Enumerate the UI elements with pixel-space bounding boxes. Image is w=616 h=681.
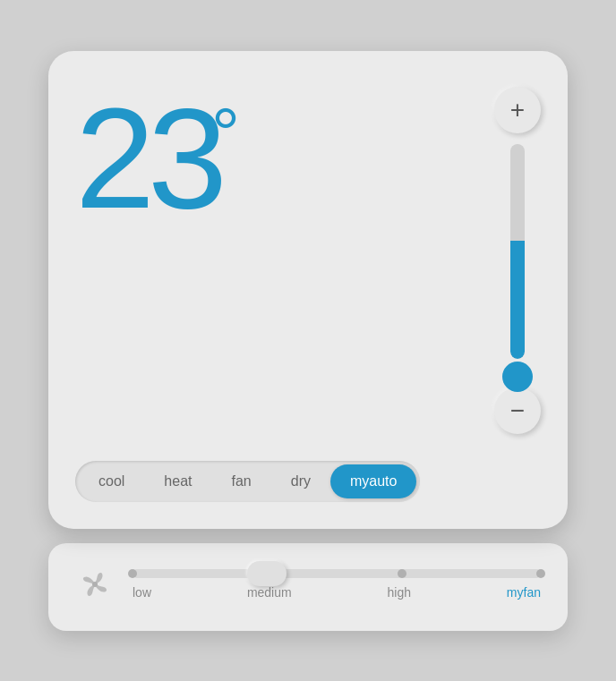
controls-right: + − bbox=[494, 78, 541, 434]
thermometer-bulb bbox=[502, 362, 533, 392]
thermometer-fill bbox=[510, 241, 525, 359]
mode-btn-heat[interactable]: heat bbox=[144, 464, 211, 498]
thermostat-panel: 23° + − cool heat fan dry myauto bbox=[48, 51, 568, 529]
svg-point-0 bbox=[92, 582, 98, 587]
slider-labels: low medium high myfan bbox=[133, 585, 541, 600]
thermometer-track bbox=[510, 144, 525, 359]
mode-btn-myauto[interactable]: myauto bbox=[330, 464, 416, 498]
fan-slider-container: low medium high myfan bbox=[133, 569, 541, 600]
mode-btn-dry[interactable]: dry bbox=[271, 464, 330, 498]
slider-track bbox=[133, 569, 541, 578]
increase-temp-button[interactable]: + bbox=[494, 87, 541, 133]
thermometer bbox=[505, 144, 530, 377]
slider-label-high: high bbox=[388, 585, 411, 600]
slider-label-myfan: myfan bbox=[507, 585, 541, 600]
slider-dot-low bbox=[128, 569, 137, 578]
fan-row: low medium high myfan bbox=[75, 565, 541, 604]
slider-label-medium: medium bbox=[247, 585, 292, 600]
fan-panel: low medium high myfan bbox=[48, 543, 568, 631]
temperature-display: 23° bbox=[75, 78, 233, 230]
slider-thumb[interactable] bbox=[247, 561, 287, 586]
mode-btn-fan[interactable]: fan bbox=[212, 464, 271, 498]
thermostat-main-row: 23° + − bbox=[75, 78, 541, 434]
degree-symbol: ° bbox=[211, 94, 233, 174]
slider-dot-high bbox=[398, 569, 406, 578]
slider-dot-myfan bbox=[536, 569, 545, 578]
mode-bar: cool heat fan dry myauto bbox=[75, 461, 420, 502]
decrease-temp-button[interactable]: − bbox=[494, 387, 541, 434]
slider-label-low: low bbox=[133, 585, 151, 600]
fan-icon bbox=[75, 565, 115, 604]
temperature-value: 23 bbox=[75, 78, 220, 238]
mode-btn-cool[interactable]: cool bbox=[79, 464, 144, 498]
